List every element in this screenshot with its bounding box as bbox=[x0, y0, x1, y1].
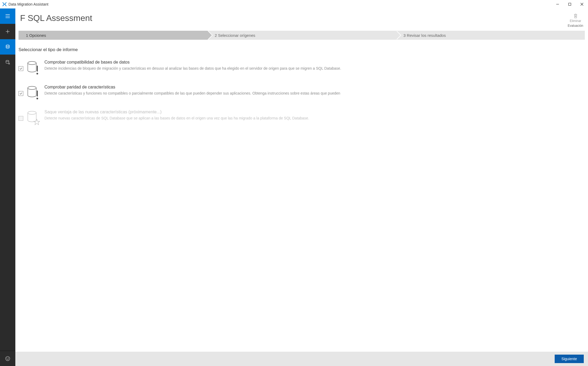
option-desc: Detecte nuevas características de SQL Da… bbox=[44, 116, 585, 120]
content-area: Seleccionar el tipo de informe bbox=[15, 40, 588, 352]
sidebar bbox=[0, 8, 15, 366]
checkbox-parity[interactable] bbox=[19, 91, 23, 96]
close-button[interactable] bbox=[576, 0, 588, 8]
delete-label: Eliminar bbox=[568, 19, 583, 23]
step-review-results[interactable]: 3 Revisar los resultados bbox=[396, 31, 585, 40]
svg-point-13 bbox=[6, 356, 10, 361]
option-desc: Detecte incidencias de bloqueo de migrac… bbox=[44, 66, 585, 70]
svg-point-9 bbox=[6, 45, 9, 46]
svg-point-23 bbox=[37, 98, 38, 99]
svg-point-20 bbox=[37, 73, 38, 74]
option-new-features: Saque ventaja de las nuevas característi… bbox=[19, 110, 585, 126]
nav-menu-button[interactable] bbox=[0, 8, 15, 24]
svg-point-18 bbox=[28, 61, 36, 65]
nav-assessment-button[interactable] bbox=[0, 39, 15, 55]
page-header: F SQL Assessment Eliminar Evaluación bbox=[15, 8, 588, 29]
next-button[interactable]: Siguiente bbox=[555, 355, 584, 363]
option-title: Saque ventaja de las nuevas característi… bbox=[44, 110, 585, 114]
nav-feedback-button[interactable] bbox=[0, 351, 15, 366]
database-alert-icon bbox=[26, 85, 40, 101]
app-logo-icon bbox=[2, 2, 7, 7]
option-title: Comprobar paridad de características bbox=[44, 85, 585, 90]
titlebar: Data Migration Assistant bbox=[0, 0, 588, 8]
svg-marker-25 bbox=[34, 119, 40, 125]
svg-point-15 bbox=[8, 358, 9, 358]
database-alert-icon bbox=[26, 60, 40, 76]
checkbox-new-features bbox=[19, 116, 23, 121]
step-label: 1 Opciones bbox=[26, 33, 46, 38]
page-title: F SQL Assessment bbox=[20, 13, 92, 23]
maximize-button[interactable] bbox=[564, 0, 576, 8]
nav-new-button[interactable] bbox=[0, 24, 15, 39]
svg-point-24 bbox=[28, 111, 36, 114]
step-select-sources[interactable]: 2 Seleccionar orígenes bbox=[207, 31, 396, 40]
window-controls bbox=[551, 0, 588, 8]
database-star-icon bbox=[26, 110, 40, 126]
eval-label: Evaluación bbox=[568, 24, 583, 28]
option-compat: Comprobar compatibilidad de bases de dat… bbox=[19, 60, 585, 76]
step-options[interactable]: 1 Opciones bbox=[19, 31, 207, 40]
nav-remove-db-button[interactable] bbox=[0, 55, 15, 70]
delete-button[interactable] bbox=[568, 13, 583, 19]
wizard-steps: 1 Opciones 2 Seleccionar orígenes 3 Revi… bbox=[19, 31, 585, 40]
step-label: 3 Revisar los resultados bbox=[403, 33, 446, 38]
svg-point-10 bbox=[6, 60, 9, 61]
svg-point-21 bbox=[28, 86, 36, 90]
svg-rect-1 bbox=[569, 3, 571, 6]
option-desc: Detecte características y funciones no c… bbox=[44, 91, 585, 95]
minimize-button[interactable] bbox=[551, 0, 564, 8]
footer-bar: Siguiente bbox=[15, 352, 588, 366]
section-title: Seleccionar el tipo de informe bbox=[19, 47, 585, 52]
option-title: Comprobar compatibilidad de bases de dat… bbox=[44, 60, 585, 65]
app-title: Data Migration Assistant bbox=[8, 2, 48, 6]
step-label: 2 Seleccionar orígenes bbox=[215, 33, 255, 38]
checkbox-compat[interactable] bbox=[19, 66, 23, 71]
option-parity: Comprobar paridad de características Det… bbox=[19, 85, 585, 101]
svg-point-14 bbox=[7, 358, 7, 358]
